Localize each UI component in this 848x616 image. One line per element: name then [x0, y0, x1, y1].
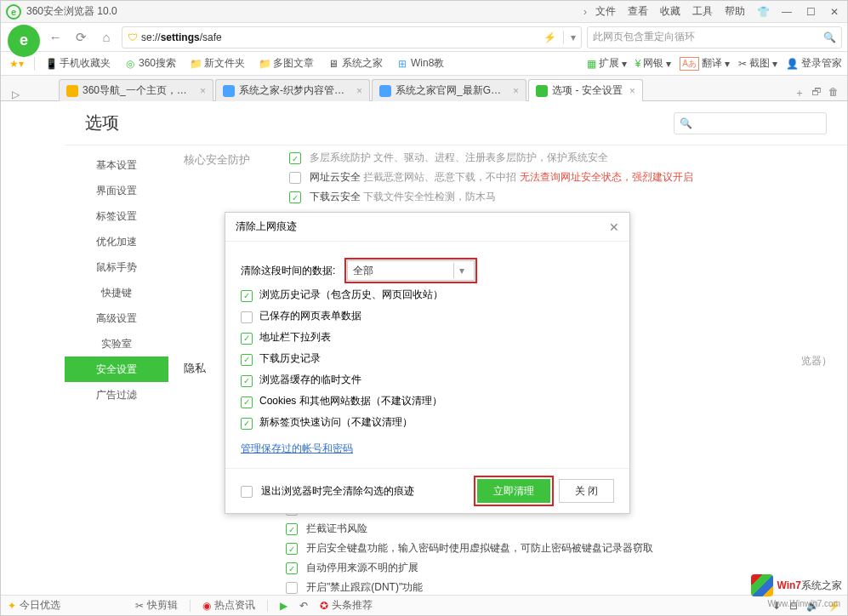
menu-fav[interactable]: 收藏 — [660, 4, 680, 19]
search-input[interactable]: 此网页包含重定向循环 🔍 — [587, 26, 842, 48]
menu-file[interactable]: 文件 — [595, 4, 616, 19]
manage-passwords-link[interactable]: 管理保存过的帐号和密码 — [241, 442, 353, 456]
chk-dnt[interactable]: ✓ — [286, 582, 298, 594]
time-range-label: 清除这段时间的数据: — [241, 264, 335, 278]
dlg-chk-exit[interactable]: ✓ — [241, 486, 253, 498]
bm-sysh[interactable]: 🖥系统之家 — [324, 54, 386, 72]
rb-trans[interactable]: Aあ翻译 ▾ — [680, 56, 730, 71]
dlg-chk-addr[interactable]: ✓ — [241, 333, 253, 345]
nav-ui[interactable]: 界面设置 — [65, 178, 168, 203]
rb-ext[interactable]: ▦扩展 ▾ — [587, 56, 627, 71]
tab-1[interactable]: 360导航_一个主页，整个世× — [59, 79, 213, 101]
dlg-chk-cache[interactable]: ✓ — [241, 375, 253, 387]
nav-lab[interactable]: 实验室 — [65, 331, 168, 356]
chevron-down-icon: ▾ — [453, 263, 469, 278]
settings-search[interactable]: 🔍 — [674, 112, 827, 134]
reload-button[interactable]: ⟳ — [71, 27, 91, 48]
rb-bank[interactable]: ¥网银 ▾ — [635, 56, 672, 71]
bm-win8[interactable]: ⊞Win8教 — [393, 54, 447, 72]
rb-shot[interactable]: ✂截图 ▾ — [738, 56, 777, 71]
app-title: 360安全浏览器 10.0 — [26, 4, 117, 19]
home-button[interactable]: ⌂ — [96, 27, 117, 48]
sb-play-icon[interactable]: ▶ — [280, 600, 287, 612]
clear-now-button[interactable]: 立即清理 — [477, 479, 550, 503]
sb-clip[interactable]: ✂快剪辑 — [135, 598, 178, 613]
bm-360search[interactable]: ◎360搜索 — [121, 54, 179, 72]
dlg-chk-speeddial[interactable]: ✓ — [241, 418, 253, 430]
favicon-settings — [536, 85, 548, 97]
address-bar[interactable]: 🛡 se://settings/safe ⚡ ▾ — [122, 26, 582, 48]
bm-phone[interactable]: 📱手机收藏夹 — [42, 54, 114, 72]
tab-list-icon[interactable]: ▷ — [6, 88, 25, 100]
dialog-title: 清除上网痕迹 — [236, 220, 297, 234]
search-placeholder: 此网页包含重定向循环 — [593, 30, 695, 44]
time-range-select[interactable]: 全部▾ — [347, 260, 475, 281]
back-button[interactable]: ← — [45, 27, 65, 48]
menu-view[interactable]: 查看 — [628, 4, 648, 19]
close-tab-icon[interactable]: × — [200, 85, 206, 97]
skin-icon[interactable]: 👕 — [755, 6, 771, 18]
menu-tool[interactable]: 工具 — [692, 4, 713, 19]
watermark: Win7系统之家 — [751, 574, 842, 596]
sb-today[interactable]: ✦今日优选 — [8, 598, 60, 613]
close-tab-icon[interactable]: × — [629, 85, 635, 97]
dlg-chk-cookies[interactable]: ✓ — [241, 396, 253, 408]
chk-dl[interactable]: ✓ — [289, 191, 301, 203]
nav-ad[interactable]: 广告过滤 — [65, 382, 168, 408]
nav-opt[interactable]: 优化加速 — [65, 229, 168, 254]
close-button[interactable]: ✕ — [827, 6, 842, 18]
menu-help[interactable]: 帮助 — [725, 4, 745, 19]
favicon-sys — [379, 85, 391, 97]
sb-hot[interactable]: ◉热点资讯 — [202, 598, 255, 613]
rb-login[interactable]: 👤登录管家 — [786, 56, 842, 71]
nav-tab[interactable]: 标签设置 — [65, 203, 168, 229]
sec-core-title: 核心安全防护 — [184, 152, 250, 202]
nav-key[interactable]: 快捷键 — [65, 280, 168, 305]
chk-cloud[interactable]: ✓ — [289, 172, 301, 184]
nav-sec[interactable]: 安全设置 — [65, 356, 168, 382]
url-dropdown-icon[interactable]: ▾ — [571, 31, 576, 43]
watermark-logo — [751, 574, 773, 596]
sb-toutiao[interactable]: ✪头条推荐 — [320, 598, 373, 613]
chevron-right-icon: › — [583, 6, 587, 18]
browser-logo-small: e — [6, 4, 21, 20]
new-tab-icon[interactable]: ＋ — [794, 86, 805, 100]
favicon-sys — [223, 85, 235, 97]
search-icon: 🔍 — [680, 117, 692, 129]
tab-2[interactable]: 系统之家-织梦内容管理系统× — [215, 79, 370, 101]
settings-sidebar: 基本设置 界面设置 标签设置 优化加速 鼠标手势 快捷键 高级设置 实验室 安全… — [65, 145, 168, 596]
dialog-cancel-button[interactable]: 关 闭 — [559, 479, 614, 503]
tab-3[interactable]: 系统之家官网_最新Ghost X× — [372, 79, 526, 101]
minimize-button[interactable]: — — [779, 6, 794, 18]
close-tab-icon[interactable]: × — [513, 85, 519, 97]
shield-icon: 🛡 — [128, 31, 138, 43]
sb-back-icon[interactable]: ↶ — [299, 600, 308, 612]
restore-tab-icon[interactable]: 🗗 — [811, 86, 822, 100]
chk-multi[interactable]: ✓ — [289, 152, 301, 164]
bm-newfolder[interactable]: 📁新文件夹 — [186, 54, 248, 72]
bolt-icon: ⚡ — [544, 31, 556, 43]
close-tab-icon[interactable]: × — [356, 85, 362, 97]
fav-star-icon[interactable]: ★▾ — [6, 56, 27, 71]
nav-basic[interactable]: 基本设置 — [65, 152, 168, 178]
nav-adv[interactable]: 高级设置 — [65, 305, 168, 331]
trash-tab-icon[interactable]: 🗑 — [828, 86, 839, 100]
browser-logo: e — [8, 25, 40, 57]
dlg-chk-download[interactable]: ✓ — [241, 354, 253, 366]
chk-kb[interactable]: ✓ — [286, 543, 298, 555]
sec-priv-title: 隐私 — [184, 361, 206, 376]
nav-mouse[interactable]: 鼠标手势 — [65, 254, 168, 280]
watermark-url: Www.Winwin7.com — [767, 599, 840, 608]
maximize-button[interactable]: ☐ — [803, 6, 818, 18]
bm-multi[interactable]: 📁多图文章 — [255, 54, 317, 72]
dlg-chk-history[interactable]: ✓ — [241, 290, 253, 302]
page-title: 选项 — [85, 111, 119, 134]
dialog-close-icon[interactable]: ✕ — [609, 220, 619, 234]
chk-autostop[interactable]: ✓ — [286, 562, 298, 574]
clear-data-dialog: 清除上网痕迹 ✕ 清除这段时间的数据: 全部▾ ✓浏览历史记录（包含历史、网页回… — [225, 212, 630, 514]
chk-cert2[interactable]: ✓ — [286, 523, 298, 535]
tab-4-active[interactable]: 选项 - 安全设置× — [528, 79, 643, 101]
dlg-chk-forms[interactable]: ✓ — [241, 311, 253, 323]
favicon-360 — [66, 85, 78, 97]
search-icon[interactable]: 🔍 — [823, 31, 836, 43]
